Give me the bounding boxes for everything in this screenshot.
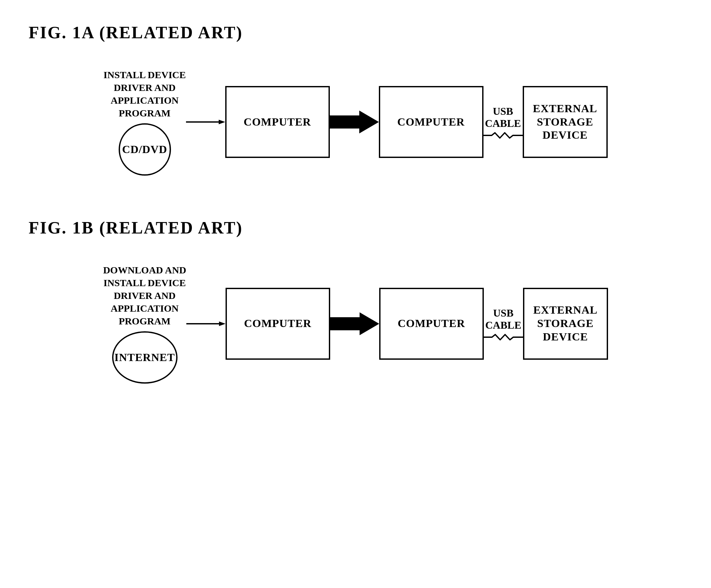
zigzag-svg-1b	[484, 334, 523, 340]
fig1a-computer1-label: COMPUTER	[243, 115, 311, 129]
fig1a-usb-label: USB CABLE	[485, 105, 521, 129]
fig1a-source-label: INSTALL DEVICE DRIVER AND APPLICATION PR…	[103, 68, 186, 119]
fig1b-source-wrapper: DOWNLOAD AND INSTALL DEVICE DRIVER AND A…	[103, 264, 186, 384]
fig1a-source-wrapper: INSTALL DEVICE DRIVER AND APPLICATION PR…	[103, 68, 186, 175]
fig1b-internet-label: INTERNET	[114, 351, 175, 364]
arrow1-svg	[186, 119, 225, 125]
svg-marker-5	[330, 312, 379, 335]
fig1b-usb-section: USB CABLE	[484, 307, 523, 340]
fig1b-arrow1	[186, 320, 225, 327]
fig1b-diagram: DOWNLOAD AND INSTALL DEVICE DRIVER AND A…	[29, 257, 683, 390]
fig1a-computer2: COMPUTER	[379, 86, 483, 158]
fig1b-internet-node: INTERNET	[112, 331, 177, 384]
fig1b-computer2-label: COMPUTER	[397, 317, 465, 330]
arrow1b-svg	[186, 320, 225, 327]
page-container: FIG. 1A (RELATED ART) INSTALL DEVICE DRI…	[29, 13, 683, 416]
fig1b-title: FIG. 1B (RELATED ART)	[29, 218, 683, 237]
fig1b-computer1: COMPUTER	[225, 288, 330, 360]
fig1b-computer1-label: COMPUTER	[244, 317, 311, 330]
fig1a-cdvd-label: CD/DVD	[122, 143, 167, 156]
fig1b-storage: EXTERNAL STORAGE DEVICE	[523, 288, 608, 360]
fig1a-storage: EXTERNAL STORAGE DEVICE	[523, 86, 608, 158]
fig1a-computer2-label: COMPUTER	[397, 115, 465, 129]
fig1a-cdvd-node: CD/DVD	[118, 123, 171, 175]
fig1a-usb-section: USB CABLE	[483, 105, 523, 139]
fig1b-section: FIG. 1B (RELATED ART) DOWNLOAD AND INSTA…	[29, 208, 683, 390]
fig1a-usb-connector	[483, 132, 523, 139]
fig1a-section: FIG. 1A (RELATED ART) INSTALL DEVICE DRI…	[29, 13, 683, 182]
big-arrow-1b-svg	[330, 311, 379, 337]
fig1b-big-arrow	[330, 311, 379, 337]
fig1b-computer2: COMPUTER	[379, 288, 484, 360]
fig1a-arrow1	[186, 119, 225, 125]
fig1b-usb-connector	[484, 334, 523, 340]
fig1a-title: FIG. 1A (RELATED ART)	[29, 23, 683, 42]
svg-marker-1	[219, 120, 225, 124]
big-arrow-svg	[330, 109, 379, 135]
fig1a-big-arrow	[330, 109, 379, 135]
zigzag-svg-1a	[483, 132, 523, 139]
fig1b-source-label: DOWNLOAD AND INSTALL DEVICE DRIVER AND A…	[103, 264, 186, 327]
fig1b-usb-label: USB CABLE	[485, 307, 521, 331]
fig1a-computer1: COMPUTER	[225, 86, 330, 158]
fig1a-diagram: INSTALL DEVICE DRIVER AND APPLICATION PR…	[29, 62, 683, 182]
svg-marker-4	[219, 321, 225, 326]
svg-marker-2	[330, 110, 379, 133]
fig1a-storage-label: EXTERNAL STORAGE DEVICE	[533, 102, 597, 142]
fig1b-storage-label: EXTERNAL STORAGE DEVICE	[533, 303, 598, 343]
